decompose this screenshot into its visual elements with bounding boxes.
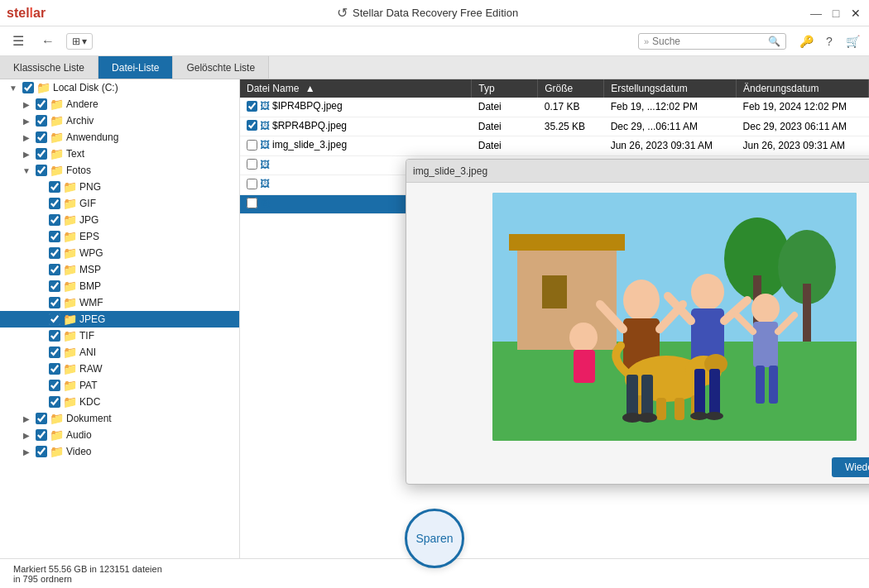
gif-checkbox[interactable]	[49, 198, 60, 209]
tab-klassische-liste[interactable]: Klassische Liste	[0, 56, 98, 79]
sidebar: ▼ 📁 Local Disk (C:) ▶ 📁 Andere ▶ 📁 Archi…	[0, 79, 240, 558]
sidebar-item-wpg[interactable]: 📁 WPG	[0, 245, 239, 261]
svg-rect-30	[627, 375, 638, 416]
ani-checkbox[interactable]	[49, 347, 60, 358]
close-button[interactable]: ✕	[849, 7, 862, 20]
col-header-type[interactable]: Typ	[472, 79, 538, 98]
maximize-button[interactable]: □	[829, 7, 843, 20]
folder-icon: 📁	[63, 395, 77, 409]
minimize-button[interactable]: —	[809, 7, 823, 20]
search-input[interactable]	[652, 36, 768, 47]
sidebar-item-eps[interactable]: 📁 EPS	[0, 228, 239, 245]
kdc-checkbox[interactable]	[49, 396, 60, 408]
file-checkbox[interactable]	[247, 198, 257, 208]
file-type-icon: 🖼	[260, 178, 270, 189]
col-header-modified[interactable]: Änderungsdatum	[737, 79, 869, 98]
jpeg-checkbox[interactable]	[49, 313, 60, 325]
bmp-checkbox[interactable]	[49, 280, 60, 292]
folder-icon: 📁	[63, 230, 77, 243]
pat-checkbox[interactable]	[49, 380, 60, 391]
main-area: ▼ 📁 Local Disk (C:) ▶ 📁 Andere ▶ 📁 Archi…	[0, 79, 869, 558]
msp-label: MSP	[79, 264, 101, 275]
col-header-size[interactable]: Größe	[538, 79, 604, 98]
sidebar-item-video[interactable]: ▶ 📁 Video	[0, 443, 239, 460]
file-checkbox[interactable]	[247, 140, 257, 151]
menu-icon[interactable]: ☰	[7, 30, 30, 53]
tab-datei-liste[interactable]: Datei-Liste	[98, 56, 173, 79]
view-grid-icon: ⊞	[72, 36, 80, 47]
sidebar-item-dokument[interactable]: ▶ 📁 Dokument	[0, 410, 239, 427]
cart-icon[interactable]: 🛒	[843, 31, 862, 51]
titlebar-right: — □ ✕	[809, 7, 862, 20]
sidebar-item-archiv[interactable]: ▶ 📁 Archiv	[0, 112, 239, 129]
file-checkbox[interactable]	[247, 120, 257, 131]
modal-title: img_slide_3.jpeg	[413, 165, 487, 177]
video-checkbox[interactable]	[36, 446, 47, 457]
andere-checkbox[interactable]	[36, 98, 47, 110]
sidebar-item-jpeg[interactable]: 📁 JPEG	[0, 311, 239, 327]
key-icon[interactable]: 🔑	[796, 31, 816, 51]
local-disk-checkbox[interactable]	[22, 82, 34, 93]
sidebar-item-fotos[interactable]: ▼ 📁 Fotos	[0, 162, 239, 179]
expand-icon: ▼	[7, 84, 20, 93]
audio-checkbox[interactable]	[36, 429, 47, 441]
sidebar-item-msp[interactable]: 📁 MSP	[0, 261, 239, 278]
col-header-created[interactable]: Erstellungsdatum	[604, 79, 737, 98]
view-toggle-button[interactable]: ⊞ ▾	[66, 33, 93, 50]
archiv-label: Archiv	[66, 115, 94, 127]
file-created-cell: Jun 26, 2023 09:31 AM	[604, 136, 737, 156]
sidebar-item-local-disk[interactable]: ▼ 📁 Local Disk (C:)	[0, 79, 239, 96]
fotos-checkbox[interactable]	[36, 165, 47, 176]
svg-rect-22	[574, 350, 595, 383]
search-icon[interactable]: 🔍	[768, 36, 780, 47]
table-row[interactable]: 🖼 img_slide_3.jpeg Datei Jun 26, 2023 09…	[240, 136, 869, 156]
sidebar-item-png[interactable]: 📁 PNG	[0, 179, 239, 195]
sidebar-item-andere[interactable]: ▶ 📁 Andere	[0, 96, 239, 112]
save-button[interactable]: Sparen	[405, 509, 464, 568]
back-icon[interactable]: ←	[36, 30, 60, 53]
toolbar-actions: 🔑 ? 🛒	[796, 31, 862, 51]
sidebar-item-tif[interactable]: 📁 TIF	[0, 327, 239, 344]
folder-icon: 📁	[63, 313, 77, 326]
help-icon[interactable]: ?	[819, 31, 839, 51]
jpg-checkbox[interactable]	[49, 214, 60, 226]
sidebar-item-bmp[interactable]: 📁 BMP	[0, 278, 239, 294]
tif-checkbox[interactable]	[49, 330, 60, 342]
anwendung-checkbox[interactable]	[36, 131, 47, 143]
app-title: Stellar Data Recovery Free Edition	[353, 7, 518, 19]
tab-geloschte-liste[interactable]: Gelöschte Liste	[173, 56, 269, 79]
dokument-checkbox[interactable]	[36, 413, 47, 424]
table-row[interactable]: 🖼 $IPR4BPQ.jpeg Datei 0.17 KB Feb 19, ..…	[240, 98, 869, 117]
sidebar-item-gif[interactable]: 📁 GIF	[0, 195, 239, 212]
sidebar-item-audio[interactable]: ▶ 📁 Audio	[0, 427, 239, 443]
file-checkbox[interactable]	[247, 179, 257, 189]
sidebar-item-jpg[interactable]: 📁 JPG	[0, 212, 239, 228]
archiv-checkbox[interactable]	[36, 115, 47, 127]
col-header-name[interactable]: Datei Name ▲	[240, 79, 472, 98]
eps-checkbox[interactable]	[49, 231, 60, 242]
raw-checkbox[interactable]	[49, 363, 60, 375]
toolbar: ☰ ← ⊞ ▾ » 🔍 🔑 ? 🛒	[0, 26, 869, 56]
wmf-checkbox[interactable]	[49, 297, 60, 308]
expand-icon: ▶	[20, 133, 33, 142]
expand-icon: ▶	[20, 431, 33, 440]
restore-button[interactable]: Wiederherstellen	[832, 457, 869, 477]
file-checkbox[interactable]	[247, 101, 257, 112]
sidebar-item-anwendung[interactable]: ▶ 📁 Anwendung	[0, 129, 239, 146]
sidebar-item-text[interactable]: ▶ 📁 Text	[0, 146, 239, 162]
file-checkbox[interactable]	[247, 159, 257, 170]
sidebar-item-ani[interactable]: 📁 ANI	[0, 344, 239, 361]
wpg-checkbox[interactable]	[49, 247, 60, 259]
search-box[interactable]: » 🔍	[638, 33, 786, 50]
sidebar-item-wmf[interactable]: 📁 WMF	[0, 294, 239, 311]
sidebar-item-pat[interactable]: 📁 PAT	[0, 377, 239, 394]
text-checkbox[interactable]	[36, 148, 47, 160]
sidebar-item-kdc[interactable]: 📁 KDC	[0, 394, 239, 410]
msp-checkbox[interactable]	[49, 264, 60, 275]
audio-label: Audio	[66, 429, 92, 441]
table-row[interactable]: 🖼 $RPR4BPQ.jpeg Datei 35.25 KB Dec 29, .…	[240, 117, 869, 136]
sidebar-item-raw[interactable]: 📁 RAW	[0, 361, 239, 377]
file-type-icon: 🖼	[260, 120, 270, 131]
png-checkbox[interactable]	[49, 181, 60, 193]
svg-rect-8	[803, 284, 811, 342]
